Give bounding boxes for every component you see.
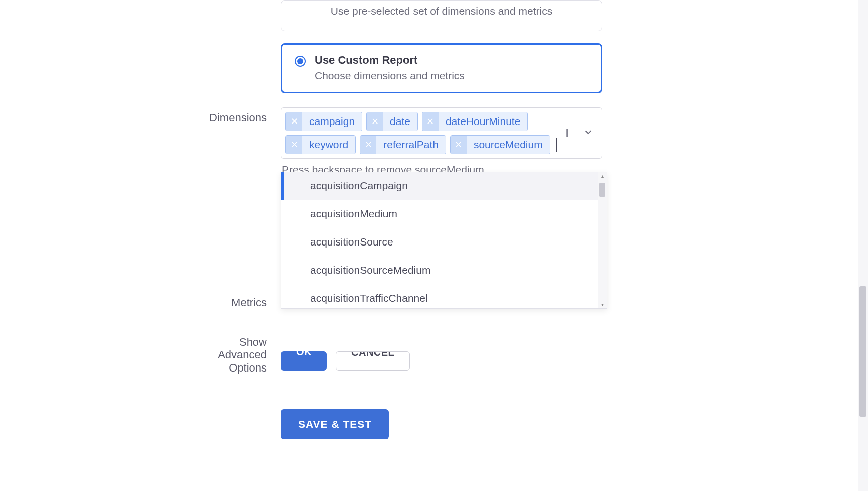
save-and-test-button[interactable]: SAVE & TEST: [281, 409, 389, 439]
chip-remove-date[interactable]: ✕: [367, 112, 383, 131]
dropdown-toggle[interactable]: [583, 127, 594, 140]
option-acquisitionmedium[interactable]: acquisitionMedium: [281, 200, 607, 228]
scroll-thumb[interactable]: [599, 183, 605, 197]
preselected-desc: Use pre-selected set of dimensions and m…: [331, 5, 552, 17]
option-acquisitiontrafficchannel[interactable]: acquisitionTrafficChannel: [281, 284, 607, 308]
page-scrollbar[interactable]: [858, 0, 868, 491]
chip-remove-sourcemedium[interactable]: ✕: [451, 136, 467, 154]
radio-custom-report[interactable]: [295, 56, 306, 67]
scroll-down-arrow[interactable]: ▾: [598, 300, 607, 308]
section-divider: [281, 395, 602, 395]
chevron-down-icon: [583, 127, 594, 138]
option-acquisitionsourcemedium[interactable]: acquisitionSourceMedium: [281, 256, 607, 284]
chip-label: keyword: [302, 136, 355, 154]
custom-report-title: Use Custom Report: [315, 54, 465, 67]
chip-sourcemedium: ✕ sourceMedium: [450, 135, 550, 154]
dimensions-label: Dimensions: [196, 107, 281, 125]
chip-datehourminute: ✕ dateHourMinute: [422, 112, 528, 131]
chip-remove-referralpath[interactable]: ✕: [360, 136, 376, 154]
text-cursor-icon: I: [565, 126, 569, 141]
dimensions-dropdown: acquisitionCampaign acquisitionMedium ac…: [281, 172, 607, 309]
chip-label: referralPath: [376, 136, 446, 154]
chip-remove-keyword[interactable]: ✕: [286, 136, 302, 154]
custom-report-desc: Choose dimensions and metrics: [315, 70, 465, 82]
dimensions-multiselect[interactable]: ✕ campaign ✕ date ✕ dateHourMinute ✕ key…: [281, 107, 602, 159]
scroll-up-arrow[interactable]: ▴: [598, 172, 607, 180]
preselected-report-card[interactable]: Use pre-selected set of dimensions and m…: [281, 0, 602, 31]
chip-label: sourceMedium: [467, 136, 550, 154]
chip-remove-campaign[interactable]: ✕: [286, 112, 302, 131]
chip-remove-datehourminute[interactable]: ✕: [422, 112, 439, 131]
dropdown-scrollbar[interactable]: ▴ ▾: [598, 172, 607, 308]
scroll-track[interactable]: [598, 180, 607, 300]
custom-report-card[interactable]: Use Custom Report Choose dimensions and …: [281, 43, 602, 93]
chip-label: dateHourMinute: [439, 112, 527, 131]
metrics-label: Metrics: [196, 296, 281, 309]
option-acquisitioncampaign[interactable]: acquisitionCampaign: [281, 172, 607, 200]
chip-campaign: ✕ campaign: [285, 112, 362, 131]
text-cursor: [556, 138, 557, 152]
cancel-button[interactable]: CANCEL: [336, 351, 410, 371]
chip-referralpath: ✕ referralPath: [360, 135, 446, 154]
chip-date: ✕ date: [366, 112, 418, 131]
ok-button[interactable]: OK: [281, 351, 327, 371]
page-scroll-thumb[interactable]: [859, 286, 866, 417]
chip-label: campaign: [302, 112, 362, 131]
show-advanced-options-label: Show AdvancedOptions: [196, 336, 281, 374]
chip-label: date: [383, 112, 417, 131]
chip-keyword: ✕ keyword: [285, 135, 356, 154]
radio-selected-dot: [297, 58, 303, 64]
option-acquisitionsource[interactable]: acquisitionSource: [281, 228, 607, 256]
